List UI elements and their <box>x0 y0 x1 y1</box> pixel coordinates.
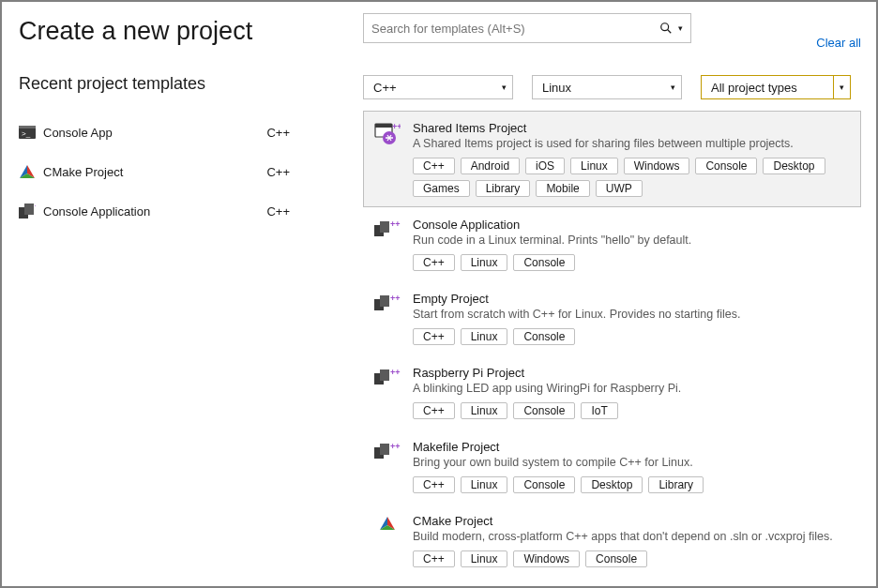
template-tag: Windows <box>624 158 690 174</box>
template-title: Makefile Project <box>413 440 851 454</box>
chevron-down-icon: ▾ <box>840 83 844 92</box>
linux-console-icon: ++ <box>373 366 401 419</box>
recent-list: >_Console AppC++CMake ProjectC++++Consol… <box>19 113 346 231</box>
recent-item-name: Console App <box>43 126 266 140</box>
search-box[interactable]: ▾ <box>363 13 691 43</box>
template-tags: C++LinuxConsoleIoT <box>413 402 851 419</box>
recent-item[interactable]: CMake ProjectC++ <box>19 152 346 191</box>
templates-list: ++Shared Items ProjectA Shared Items pro… <box>363 111 865 575</box>
chevron-down-icon: ▾ <box>502 83 507 92</box>
template-title: Empty Project <box>413 292 851 306</box>
svg-rect-17 <box>380 221 389 233</box>
template-desc: Start from scratch with C++ for Linux. P… <box>413 308 851 321</box>
search-icon[interactable] <box>656 22 676 35</box>
svg-rect-8 <box>24 204 34 215</box>
svg-line-11 <box>668 30 672 34</box>
template-item[interactable]: ++Makefile ProjectBring your own build s… <box>363 430 861 504</box>
cmake-icon <box>373 514 401 567</box>
template-tag: C++ <box>413 476 455 493</box>
recent-item-name: Console Application <box>43 204 266 219</box>
template-tag: C++ <box>413 158 455 174</box>
svg-point-10 <box>661 23 669 31</box>
template-tag: Library <box>476 180 531 197</box>
template-tag: Desktop <box>763 158 825 174</box>
svg-rect-23 <box>380 369 389 381</box>
template-tag: Android <box>461 158 520 174</box>
recent-item-lang: C++ <box>266 204 346 219</box>
svg-text:++: ++ <box>390 442 401 451</box>
linux-console-icon: ++ <box>373 292 401 345</box>
svg-text:++: ++ <box>392 123 401 131</box>
svg-text:>_: >_ <box>22 129 31 138</box>
template-item[interactable]: ++Raspberry Pi ProjectA blinking LED app… <box>363 355 861 430</box>
template-tag: iOS <box>525 158 565 174</box>
filter-platform[interactable]: Linux ▾ <box>532 75 682 99</box>
filters-row: C++ ▾ Linux ▾ All project types ▾ <box>363 75 865 99</box>
template-tag: Desktop <box>581 476 643 493</box>
page-title: Create a new project <box>19 17 346 46</box>
linux-console-icon: ++ <box>373 218 401 271</box>
template-item[interactable]: ++Console ApplicationRun code in a Linux… <box>363 207 861 281</box>
template-title: Raspberry Pi Project <box>413 366 851 380</box>
filter-project-type-label: All project types <box>711 81 797 95</box>
recent-templates-title: Recent project templates <box>19 74 346 94</box>
recent-item-lang: C++ <box>266 165 346 179</box>
template-tag: Linux <box>461 328 508 345</box>
template-tag: Console <box>513 476 575 493</box>
template-tag: C++ <box>413 254 455 271</box>
template-title: Console Application <box>413 218 851 232</box>
template-tags: C++AndroidiOSLinuxWindowsConsoleDesktopG… <box>413 158 851 197</box>
template-item[interactable]: CMake ProjectBuild modern, cross-platfor… <box>363 504 861 575</box>
clear-all-link[interactable]: Clear all <box>816 36 861 50</box>
filter-project-type[interactable]: All project types ▾ <box>701 75 851 99</box>
template-tag: Console <box>513 402 575 419</box>
template-item[interactable]: ++Empty ProjectStart from scratch with C… <box>363 281 861 355</box>
shared-items-icon: ++ <box>373 121 401 197</box>
filter-language[interactable]: C++ ▾ <box>363 75 513 99</box>
template-tag: UWP <box>596 180 643 197</box>
chevron-down-icon: ▾ <box>671 83 675 92</box>
svg-text:++: ++ <box>390 368 401 377</box>
template-tag: IoT <box>581 402 617 419</box>
template-tags: C++LinuxConsole <box>413 254 851 271</box>
svg-rect-1 <box>19 126 36 128</box>
template-tag: Linux <box>461 402 508 419</box>
template-tag: Console <box>513 254 575 271</box>
svg-rect-26 <box>380 444 389 455</box>
template-tag: Windows <box>513 550 580 567</box>
template-tag: C++ <box>413 550 455 567</box>
template-desc: Run code in a Linux terminal. Prints "he… <box>413 234 851 247</box>
cmake-icon <box>19 164 36 179</box>
template-tag: Console <box>585 550 647 567</box>
template-tag: C++ <box>413 328 455 345</box>
template-tags: C++LinuxConsoleDesktopLibrary <box>413 476 851 493</box>
template-tag: Linux <box>570 158 618 174</box>
template-desc: A Shared Items project is used for shari… <box>413 137 851 150</box>
linux-console-icon: ++ <box>373 440 401 493</box>
filter-language-label: C++ <box>373 81 397 95</box>
template-desc: Build modern, cross-platform C++ apps th… <box>413 530 851 543</box>
template-tags: C++LinuxConsole <box>413 328 851 345</box>
svg-rect-13 <box>375 124 392 128</box>
search-input[interactable] <box>371 22 656 36</box>
template-title: CMake Project <box>413 514 851 528</box>
template-desc: A blinking LED app using WiringPi for Ra… <box>413 382 851 395</box>
template-tag: Console <box>513 328 575 345</box>
svg-text:++: ++ <box>390 219 401 229</box>
svg-text:++: ++ <box>35 202 36 211</box>
search-dropdown-arrow[interactable]: ▾ <box>676 23 685 33</box>
recent-item[interactable]: ++Console ApplicationC++ <box>19 191 346 231</box>
template-tag: Linux <box>461 476 508 493</box>
svg-rect-20 <box>380 295 389 307</box>
template-tag: C++ <box>413 402 455 419</box>
console-icon: >_ <box>19 125 36 140</box>
template-tag: Linux <box>461 254 508 271</box>
right-column: ▾ Clear all C++ ▾ Linux ▾ All project ty… <box>363 2 876 586</box>
template-item[interactable]: ++Shared Items ProjectA Shared Items pro… <box>363 111 861 207</box>
recent-item-lang: C++ <box>266 126 346 140</box>
filter-platform-label: Linux <box>542 81 571 95</box>
recent-item-name: CMake Project <box>43 165 266 179</box>
template-tag: Console <box>695 158 757 174</box>
template-tag: Mobile <box>536 180 589 197</box>
recent-item[interactable]: >_Console AppC++ <box>19 113 346 152</box>
